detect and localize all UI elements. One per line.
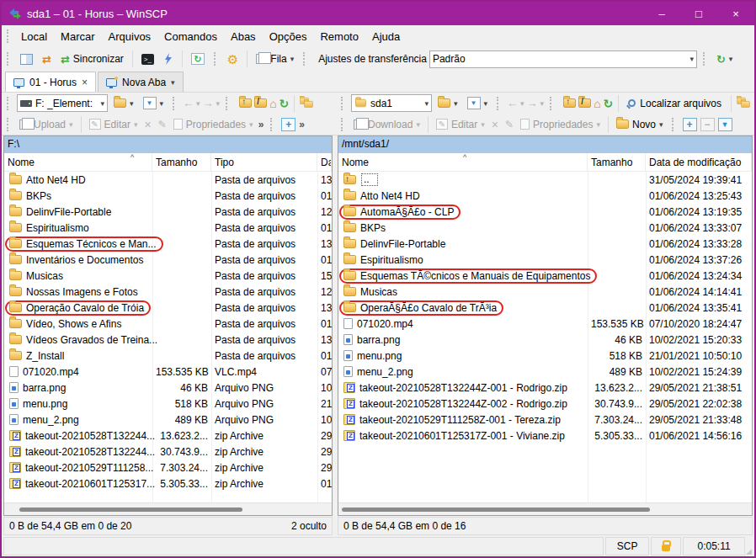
table-row[interactable]: Musicas01/06/2024 14:14:41 xyxy=(338,284,752,300)
transfer-mode-button[interactable]: ↻ ▾ xyxy=(713,52,736,66)
protocol-cell[interactable]: SCP xyxy=(605,537,649,555)
open-in-new-panel-icon[interactable] xyxy=(737,98,752,109)
table-row[interactable]: takeout-20210528T132244...30.743.9...zip… xyxy=(4,444,332,460)
table-row[interactable]: BKPsPasta de arquivos01/ xyxy=(4,188,332,204)
table-row[interactable]: takeout-20210528T132244...13.623.2...zip… xyxy=(4,428,332,444)
local-filter-button[interactable]: ▼▾ xyxy=(140,95,168,111)
refresh-icon[interactable]: ↻ xyxy=(280,98,290,109)
table-row[interactable]: Atto Net4 HDPasta de arquivos13/ xyxy=(4,172,332,188)
toolbar-grip[interactable] xyxy=(703,52,707,66)
table-row[interactable]: takeout-20210528T132244Z-002 - Rodrigo.z… xyxy=(338,396,752,412)
table-row[interactable]: MusicasPasta de arquivos15/ xyxy=(4,268,332,284)
table-row[interactable]: Inventários e DocumentosPasta de arquivo… xyxy=(4,252,332,268)
rename-button[interactable]: ✎ xyxy=(503,118,515,131)
table-row[interactable]: Z_InstallPasta de arquivos01/ xyxy=(4,348,332,364)
overflow-chevron-icon[interactable]: » xyxy=(299,119,305,130)
properties-button[interactable]: Propriedades▾ xyxy=(172,118,255,131)
maximize-button[interactable]: □ xyxy=(680,2,717,25)
menu-item-arquivos[interactable]: Arquivos xyxy=(102,27,158,46)
remote-open-directory-button[interactable]: ▾ xyxy=(434,97,461,109)
table-row[interactable]: takeout-20210528T132244Z-001 - Rodrigo.z… xyxy=(338,380,752,396)
scrollbar-thumb[interactable] xyxy=(19,508,242,512)
menu-item-marcar[interactable]: Marcar xyxy=(54,27,101,46)
table-row[interactable]: Espiritualismo01/06/2024 13:37:26 xyxy=(338,252,752,268)
toggle-panels-button[interactable] xyxy=(17,52,36,66)
minimize-button[interactable]: – xyxy=(643,2,680,25)
security-cell[interactable] xyxy=(651,537,681,555)
toolbar-grip[interactable] xyxy=(550,97,554,110)
toolbar-grip[interactable] xyxy=(7,29,11,43)
open-terminal-button[interactable]: >_ xyxy=(138,52,157,66)
table-row[interactable]: Atto Net4 HD01/06/2024 13:25:43 xyxy=(338,188,752,204)
remote-directory-select[interactable]: sda1 ▾ xyxy=(351,94,432,112)
add-bookmark-button[interactable]: + xyxy=(281,118,295,131)
remote-horizontal-scrollbar[interactable] xyxy=(338,502,752,515)
close-button[interactable]: × xyxy=(717,2,754,25)
forward-icon[interactable]: → xyxy=(527,97,538,109)
open-in-new-panel-icon[interactable] xyxy=(300,98,315,109)
table-row[interactable]: DelinvFile-PortablePasta de arquivos12/ xyxy=(4,204,332,220)
home-icon[interactable]: ⌂ xyxy=(594,98,600,109)
table-row[interactable]: Nossas Imagens e FotosPasta de arquivos1… xyxy=(4,284,332,300)
table-row[interactable]: takeout-20210529T111258...7.303.24...zip… xyxy=(4,460,332,476)
menu-item-opes[interactable]: Opções xyxy=(263,27,314,46)
table-row[interactable]: 071020.mp4153.535 KB07/10/2020 18:24:47 xyxy=(338,316,752,332)
chevron-down-icon[interactable]: ▾ xyxy=(196,99,200,108)
toolbar-grip[interactable] xyxy=(7,118,11,131)
column-header-tamanho[interactable]: Tamanho xyxy=(588,153,646,171)
table-row[interactable]: AutomaÃ§Ã£o - CLP01/06/2024 13:19:35 xyxy=(338,204,752,220)
remote-path-bar[interactable]: /mnt/sda1/ xyxy=(338,136,752,153)
synchronize-button[interactable]: ⇄ Sincronizar xyxy=(57,51,127,66)
menu-item-local[interactable]: Local xyxy=(14,27,54,46)
edit-button[interactable]: ✎Editar▾ xyxy=(88,118,140,131)
table-row[interactable]: menu.png518 KBArquivo PNG21/ xyxy=(4,396,332,412)
remote-filter-button[interactable]: ▼▾ xyxy=(464,95,492,111)
back-icon[interactable]: ← xyxy=(507,97,518,109)
toolbar-grip[interactable] xyxy=(341,118,345,131)
remove-bookmark-button[interactable]: − xyxy=(700,118,715,131)
table-row[interactable]: Esquemas Técnicos e Man...Pasta de arqui… xyxy=(4,236,332,252)
menu-item-abas[interactable]: Abas xyxy=(224,27,263,46)
preferences-button[interactable]: ⚙ xyxy=(224,51,242,67)
toolbar-grip[interactable] xyxy=(303,52,307,66)
menu-item-remoto[interactable]: Remoto xyxy=(313,27,365,46)
upload-button[interactable]: Upload▾ xyxy=(18,118,75,131)
root-directory-icon[interactable]: / xyxy=(578,98,591,108)
tab-nova-aba[interactable]: Nova Aba▾ xyxy=(98,72,184,92)
table-row[interactable]: DelinvFile-Portable01/06/2024 13:33:28 xyxy=(338,236,752,252)
delete-button[interactable]: × xyxy=(142,117,152,132)
new-button[interactable]: Novo▾ xyxy=(615,118,665,131)
synchronize-browsing-button[interactable]: ⇄ xyxy=(39,52,55,66)
toolbar-grip[interactable] xyxy=(226,97,230,110)
table-row[interactable]: barra.png46 KB10/02/2021 15:20:33 xyxy=(338,332,752,348)
table-row[interactable]: menu_2.png489 KB10/02/2021 15:24:39 xyxy=(338,364,752,380)
table-row[interactable]: menu_2.png489 KBArquivo PNG10/ xyxy=(4,412,332,428)
local-open-directory-button[interactable]: ▾ xyxy=(110,97,137,109)
toolbar-grip[interactable] xyxy=(7,97,11,110)
table-row[interactable]: takeout-20210601T125317...5.305.33...zip… xyxy=(4,476,332,492)
table-row[interactable]: Vídeos Gravados de Treina...Pasta de arq… xyxy=(4,332,332,348)
toolbar-grip[interactable] xyxy=(270,118,274,131)
transfer-settings-select[interactable]: Padrão ▾ xyxy=(429,50,697,68)
table-row[interactable]: 071020.mp4153.535 KBVLC.mp407/ xyxy=(4,364,332,380)
table-row[interactable]: takeout-20210529T111258Z-001 - Tereza.zi… xyxy=(338,412,752,428)
queue-button[interactable]: Fila ▾ xyxy=(253,51,297,66)
tab-01-horus[interactable]: 01 - Horus× xyxy=(5,72,96,92)
console-button[interactable] xyxy=(160,51,177,66)
table-row[interactable]: takeout-20210601T125317Z-001 - Viviane.z… xyxy=(338,428,752,444)
chevron-down-icon[interactable]: ▾ xyxy=(520,99,524,108)
table-row[interactable]: OperaÃ§Ã£o Cavalo de TrÃ³ia01/06/2024 13… xyxy=(338,300,752,316)
column-header-dat[interactable]: Dat xyxy=(317,153,332,171)
menu-item-ajuda[interactable]: Ajuda xyxy=(365,27,407,46)
toolbar-grip[interactable] xyxy=(173,97,177,110)
find-files-button[interactable]: Localizar arquivos xyxy=(624,96,726,111)
home-icon[interactable]: ⌂ xyxy=(269,98,276,109)
back-icon[interactable]: ← xyxy=(183,97,194,109)
overflow-chevron-icon[interactable]: » xyxy=(258,119,264,130)
table-row[interactable]: EspiritualismoPasta de arquivos01/ xyxy=(4,220,332,236)
local-horizontal-scrollbar[interactable] xyxy=(4,502,332,515)
root-directory-icon[interactable]: / xyxy=(254,98,267,108)
parent-directory-icon[interactable]: ↑ xyxy=(563,98,576,108)
toolbar-grip[interactable] xyxy=(214,52,218,66)
download-button[interactable]: Download▾ xyxy=(352,118,422,131)
